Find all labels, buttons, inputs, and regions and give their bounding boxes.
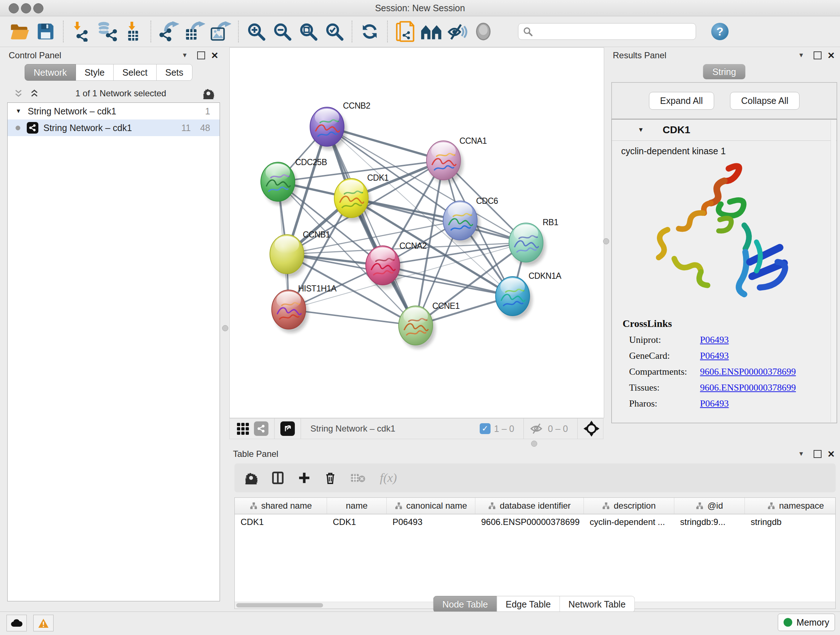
- network-canvas[interactable]: CCNB2CCNA1CDC25BCDK1CDC6RB1CCNB1CCNA2CDK…: [229, 48, 604, 418]
- delete-table-icon[interactable]: [350, 472, 366, 484]
- hidden-counts: 0 – 0: [548, 424, 568, 434]
- node-CCNA1[interactable]: CCNA1: [426, 136, 486, 184]
- vertical-splitter-handle[interactable]: [222, 325, 228, 331]
- panel-float-icon[interactable]: [197, 51, 205, 59]
- shared-column-icon: [395, 502, 403, 510]
- refresh-icon: [360, 22, 379, 41]
- search-input[interactable]: [537, 26, 691, 37]
- network-options-gear-icon[interactable]: [202, 88, 214, 99]
- fit-selected-crosshair-icon[interactable]: [584, 421, 600, 437]
- crosslink-link[interactable]: P06493: [700, 398, 729, 409]
- search-field[interactable]: [518, 23, 696, 40]
- column-header-@id[interactable]: @id: [674, 498, 745, 514]
- tab-network-table[interactable]: Network Table: [560, 596, 635, 613]
- panel-menu-caret-icon[interactable]: ▼: [798, 52, 804, 59]
- panel-menu-caret-icon[interactable]: ▼: [182, 52, 188, 59]
- node-HIST1H1A[interactable]: HIST1H1A: [272, 284, 337, 333]
- import-network-database-button[interactable]: [94, 19, 120, 44]
- toolbar-separator: [150, 21, 151, 42]
- create-column-plus-icon[interactable]: [298, 472, 310, 484]
- node-label-CDK1: CDK1: [367, 173, 388, 182]
- column-header-description[interactable]: description: [584, 498, 674, 514]
- import-table-icon: [124, 21, 142, 42]
- zoom-in-button[interactable]: [243, 19, 269, 44]
- column-header-canonical-name[interactable]: canonical name: [387, 498, 475, 514]
- function-builder-icon[interactable]: f(x): [380, 471, 397, 485]
- help-button[interactable]: ?: [711, 23, 729, 40]
- scrollbar-thumb[interactable]: [236, 603, 323, 608]
- export-table-button[interactable]: [182, 19, 208, 44]
- tab-sets[interactable]: Sets: [156, 64, 193, 81]
- string-node-card: ▼ CDK1 cyclin-dependent kinase 1: [611, 119, 837, 423]
- tab-network[interactable]: Network: [25, 64, 76, 81]
- tab-string[interactable]: String: [703, 64, 745, 79]
- collapse-all-chevron-icon[interactable]: [14, 89, 23, 98]
- node-CDKN1A[interactable]: CDKN1A: [496, 271, 561, 319]
- table-header-row: shared namenamecanonical namedatabase id…: [235, 498, 835, 515]
- tab-select[interactable]: Select: [114, 64, 156, 81]
- column-header-database-identifier[interactable]: database identifier: [475, 498, 584, 514]
- panel-close-icon[interactable]: ✕: [827, 449, 835, 459]
- open-session-button[interactable]: [6, 19, 33, 44]
- show-columns-icon[interactable]: [271, 471, 284, 485]
- column-header-name[interactable]: name: [327, 498, 387, 514]
- column-header-namespace[interactable]: namespace: [745, 498, 836, 514]
- first-neighbors-button[interactable]: [418, 19, 444, 44]
- refresh-button[interactable]: [357, 19, 383, 44]
- node-CCNE1[interactable]: CCNE1: [399, 301, 459, 348]
- node-CCNA2[interactable]: CCNA2: [366, 241, 426, 288]
- results-scrollbar[interactable]: [831, 120, 836, 422]
- import-network-file-button[interactable]: [68, 19, 94, 44]
- table-options-gear-icon[interactable]: [245, 471, 257, 485]
- node-CDC6[interactable]: CDC6: [443, 196, 498, 244]
- crosslink-link[interactable]: P06493: [700, 334, 729, 345]
- network-overview-toggle-icon[interactable]: [254, 421, 268, 436]
- panel-close-icon[interactable]: ✕: [827, 50, 835, 61]
- hide-selected-button[interactable]: [444, 19, 470, 44]
- cloud-icon: [11, 619, 23, 627]
- zoom-selected-button[interactable]: [321, 19, 347, 44]
- selected-count-checkbox[interactable]: ✓: [480, 423, 491, 434]
- birds-eye-view-icon[interactable]: [280, 421, 295, 436]
- node-CCNB2[interactable]: CCNB2: [310, 101, 370, 150]
- show-grid-icon[interactable]: [237, 423, 249, 435]
- expand-all-button[interactable]: Expand All: [649, 92, 714, 110]
- tab-style[interactable]: Style: [76, 64, 114, 81]
- panel-menu-caret-icon[interactable]: ▼: [798, 450, 804, 458]
- node-label-CCNB1: CCNB1: [303, 230, 330, 239]
- tab-edge-table[interactable]: Edge Table: [497, 596, 560, 613]
- table-cell: CDK1: [327, 517, 387, 527]
- table-row[interactable]: CDK1CDK1P064939606.ENSP00000378699cyclin…: [235, 515, 835, 530]
- panel-float-icon[interactable]: [813, 450, 821, 458]
- expand-all-chevron-icon[interactable]: [30, 89, 39, 98]
- import-table-button[interactable]: [120, 19, 146, 44]
- export-image-button[interactable]: [208, 19, 234, 44]
- column-header-shared-name[interactable]: shared name: [235, 498, 327, 514]
- card-collapse-caret-icon[interactable]: ▼: [638, 126, 644, 134]
- crosslink-link[interactable]: P06493: [700, 350, 729, 361]
- panel-close-icon[interactable]: ✕: [211, 50, 218, 61]
- show-all-icon: [474, 22, 493, 41]
- memory-button[interactable]: Memory: [778, 614, 835, 631]
- network-from-clipboard-button[interactable]: [392, 19, 418, 44]
- import-network-file-icon: [71, 21, 91, 42]
- delete-column-trash-icon[interactable]: [324, 471, 336, 485]
- tree-expand-caret-icon[interactable]: ▼: [16, 108, 21, 114]
- crosslink-link[interactable]: 9606.ENSP00000378699: [700, 366, 796, 377]
- crosslink-link[interactable]: 9606.ENSP00000378699: [700, 382, 796, 393]
- node-RB1[interactable]: RB1: [509, 218, 558, 266]
- save-session-button[interactable]: [33, 19, 58, 44]
- panel-float-icon[interactable]: [813, 51, 821, 59]
- network-row-selected[interactable]: String Network – cdk1 11 48: [8, 119, 219, 136]
- zoom-fit-button[interactable]: [295, 19, 321, 44]
- cloud-status-button[interactable]: [6, 615, 27, 631]
- show-all-button[interactable]: [470, 19, 496, 44]
- network-collection-row[interactable]: ▼ String Network – cdk1 1: [8, 103, 219, 119]
- export-network-button[interactable]: [156, 19, 182, 44]
- edge-CCNB2-CCNE1[interactable]: [327, 127, 416, 325]
- warning-status-button[interactable]: [33, 615, 54, 631]
- tab-node-table[interactable]: Node Table: [433, 596, 497, 613]
- zoom-out-button[interactable]: [269, 19, 295, 44]
- node-CDK1[interactable]: CDK1: [334, 173, 388, 221]
- collapse-all-button[interactable]: Collapse All: [730, 92, 800, 110]
